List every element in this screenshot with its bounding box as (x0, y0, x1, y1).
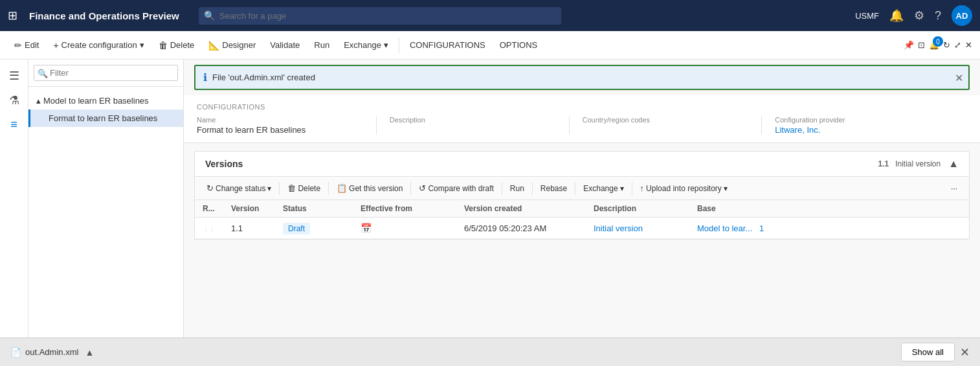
create-dropdown-icon: ▾ (140, 40, 144, 50)
pin-icon[interactable]: 📌 (904, 40, 914, 50)
cell-r: ⋮⋮ (195, 218, 223, 239)
config-section-label: CONFIGURATIONS (197, 103, 967, 111)
search-input[interactable] (199, 7, 561, 25)
notification-bar: ℹ File 'out.Admin.xml' created ✕ (194, 65, 970, 90)
get-version-icon: 📋 (337, 183, 347, 193)
settings-icon[interactable]: ⚙ (914, 8, 924, 23)
delete-button[interactable]: 🗑 Delete (152, 36, 201, 54)
versions-header-row: R... Version Status Effective from Versi (195, 200, 969, 218)
cell-version-created: 6/5/2019 05:20:23 AM (456, 218, 586, 239)
top-nav: ⊞ Finance and Operations Preview 🔍 USMF … (0, 0, 980, 31)
col-version-created: Version created (456, 200, 586, 218)
compare-icon: ↺ (419, 183, 426, 193)
office-icon[interactable]: ⊡ (918, 40, 925, 50)
sidebar: 🔍 ▴ Model to learn ER baselines Format t… (28, 60, 184, 366)
designer-button[interactable]: 📐 Designer (202, 36, 262, 54)
vt-sep-6 (575, 182, 575, 195)
col-status: Status (275, 200, 353, 218)
config-fields: Name Format to learn ER baselines Descri… (197, 116, 967, 135)
col-base: Base (689, 200, 969, 218)
grid-icon[interactable]: ⊞ (8, 8, 17, 23)
search-icon: 🔍 (204, 10, 215, 21)
help-icon[interactable]: ? (935, 9, 941, 23)
versions-delete-button[interactable]: 🗑 Delete (282, 181, 326, 196)
refresh-icon[interactable]: ↻ (943, 40, 950, 50)
versions-toolbar: ↻ Change status ▾ 🗑 Delete 📋 Get this ve… (195, 177, 969, 200)
table-row[interactable]: ⋮⋮ 1.1 Draft 📅 6/5/2019 05:20:23 AM Init… (195, 218, 969, 239)
more-icon: ··· (951, 184, 957, 193)
bottom-expand-icon[interactable]: ▲ (85, 347, 94, 358)
bottom-right: Show all ✕ (901, 343, 970, 361)
file-icon: 📄 (10, 347, 21, 358)
show-all-button[interactable]: Show all (901, 343, 955, 361)
name-value: Format to learn ER baselines (197, 125, 363, 135)
drag-handle: ⋮⋮ (203, 225, 216, 233)
cell-version: 1.1 (223, 218, 275, 239)
search-wrap: 🔍 (199, 7, 561, 25)
collapse-icon: ▴ (36, 96, 41, 106)
versions-exchange-button[interactable]: Exchange ▾ (578, 181, 629, 196)
toolbar-separator (399, 38, 399, 53)
col-version: Version (223, 200, 275, 218)
provider-value[interactable]: Litware, Inc. (775, 125, 941, 135)
create-config-button[interactable]: + Create configuration ▾ (47, 36, 150, 54)
vt-sep-7 (632, 182, 632, 195)
change-status-button[interactable]: ↻ Change status ▾ (201, 181, 276, 196)
filter-icon[interactable]: ⚗ (5, 89, 23, 111)
badge-text: Initial version (895, 159, 941, 168)
upload-repo-button[interactable]: ↑ Upload into repository ▾ (635, 181, 733, 196)
vt-sep-4 (502, 182, 502, 195)
content-area: ℹ File 'out.Admin.xml' created ✕ CONFIGU… (184, 60, 980, 366)
cell-effective-from: 📅 (353, 218, 456, 239)
exchange-dd-icon: ▾ (620, 184, 624, 193)
col-effective-from: Effective from (353, 200, 456, 218)
delete-icon: 🗑 (159, 40, 168, 51)
main-layout: ☰ ⚗ ≡ 🔍 ▴ Model to learn ER baselines Fo… (0, 60, 980, 366)
notification-close-icon[interactable]: ✕ (955, 71, 963, 84)
notification-icon[interactable]: 🔔 (889, 8, 904, 23)
notification-badge: 0 (933, 36, 943, 47)
change-status-dropdown-icon: ▾ (267, 184, 271, 193)
designer-icon: 📐 (208, 40, 219, 51)
bottom-close-icon[interactable]: ✕ (960, 345, 970, 360)
config-name-field: Name Format to learn ER baselines (197, 116, 377, 135)
file-name: out.Admin.xml (25, 347, 78, 357)
change-status-icon: ↻ (206, 183, 214, 193)
name-label: Name (197, 116, 363, 124)
notification-message: File 'out.Admin.xml' created (212, 73, 315, 82)
avatar[interactable]: AD (952, 5, 972, 26)
sidebar-item-child[interactable]: Format to learn ER baselines (28, 109, 183, 127)
filter-input[interactable] (34, 65, 178, 81)
versions-panel: Versions 1.1 Initial version ▲ ↻ Change … (194, 151, 970, 240)
badge-number: 1.1 (878, 159, 889, 168)
validate-button[interactable]: Validate (263, 36, 306, 54)
config-header: CONFIGURATIONS Name Format to learn ER b… (184, 95, 980, 143)
icon-bar: ☰ ⚗ ≡ (0, 60, 28, 366)
sidebar-item-parent[interactable]: ▴ Model to learn ER baselines (28, 92, 183, 109)
more-button[interactable]: ··· (946, 181, 963, 196)
upload-dd-icon: ▾ (724, 184, 728, 193)
upload-icon: ↑ (640, 183, 645, 193)
list-icon[interactable]: ≡ (6, 114, 21, 135)
close-icon[interactable]: ✕ (965, 40, 972, 50)
maximize-icon[interactable]: ⤢ (954, 40, 961, 50)
filter-wrap: 🔍 (34, 65, 178, 81)
hamburger-icon[interactable]: ☰ (5, 65, 23, 87)
vt-sep-3 (410, 182, 411, 195)
versions-run-button[interactable]: Run (505, 181, 529, 196)
versions-title: Versions (205, 159, 878, 169)
exchange-button[interactable]: Exchange ▾ (337, 36, 395, 54)
options-button[interactable]: OPTIONS (493, 36, 544, 54)
cell-description: Initial version (586, 218, 689, 239)
config-desc-field: Description (390, 116, 570, 135)
get-version-button[interactable]: 📋 Get this version (331, 181, 408, 196)
versions-header: Versions 1.1 Initial version ▲ (195, 152, 969, 177)
rebase-button[interactable]: Rebase (535, 181, 572, 196)
versions-delete-icon: 🗑 (287, 183, 296, 193)
configurations-button[interactable]: CONFIGURATIONS (403, 36, 492, 54)
versions-collapse-icon[interactable]: ▲ (948, 158, 959, 170)
toolbar-right: 📌 ⊡ 🔔 0 ↻ ⤢ ✕ (904, 40, 972, 50)
compare-draft-button[interactable]: ↺ Compare with draft (414, 181, 498, 196)
run-button[interactable]: Run (307, 36, 336, 54)
edit-button[interactable]: ✏ Edit (8, 36, 45, 54)
